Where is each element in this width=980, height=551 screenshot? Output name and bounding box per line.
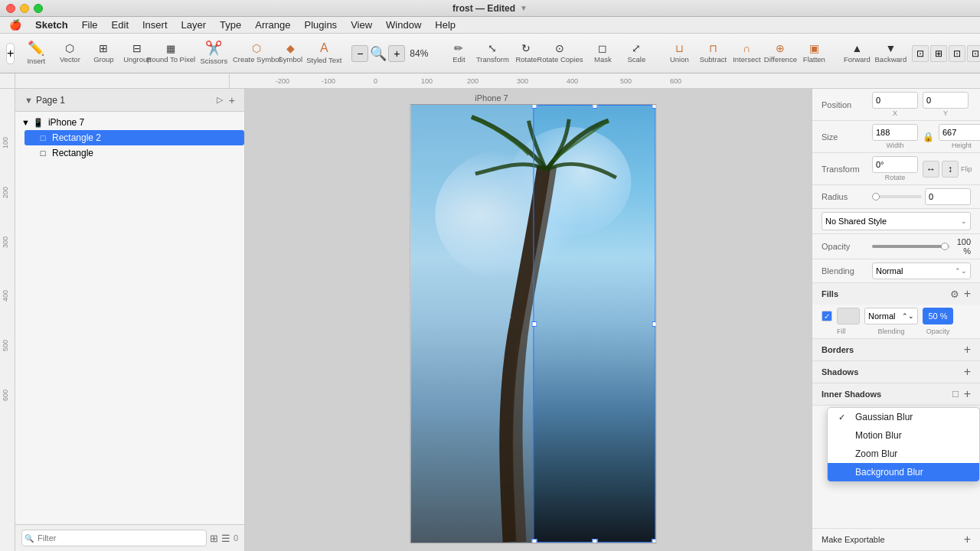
menu-window[interactable]: Window: [380, 18, 427, 31]
close-button[interactable]: [6, 4, 15, 13]
handle-ml[interactable]: [531, 321, 537, 327]
blending-section: Blending Normal ⌃⌄: [812, 259, 980, 283]
lock-icon[interactable]: 🔒: [923, 132, 934, 142]
flip-group: ↔ ↕ Flip: [923, 161, 972, 178]
fill-checkbox[interactable]: [822, 311, 832, 321]
shared-style-section: No Shared Style ⌄: [812, 209, 980, 234]
x-input[interactable]: [872, 92, 918, 109]
width-input[interactable]: [872, 124, 918, 141]
inner-shadows-checkbox[interactable]: ☐: [952, 390, 959, 399]
grid-view-icon[interactable]: ⊞: [210, 533, 218, 544]
flip-h-button[interactable]: ↔: [923, 161, 939, 178]
ruler-horizontal: -200 -100 0 100 200 300 400 500 600: [230, 73, 980, 89]
canvas-frame-label: iPhone 7: [475, 93, 508, 103]
tb-edit[interactable]: ✏ Edit: [443, 40, 474, 67]
zoom-control[interactable]: 🔍: [370, 45, 387, 62]
menu-view[interactable]: View: [345, 18, 378, 31]
align-left-button[interactable]: ⊡: [912, 45, 929, 62]
align-right-button[interactable]: ⊡: [949, 45, 965, 62]
filter-input[interactable]: [21, 530, 207, 546]
canvas[interactable]: iPhone 7: [245, 89, 812, 551]
add-button[interactable]: +: [6, 43, 15, 64]
handle-tm[interactable]: [592, 105, 597, 109]
tb-styled-text[interactable]: A Styled Text: [309, 39, 339, 67]
menu-edit[interactable]: Edit: [106, 18, 135, 31]
handle-bl[interactable]: [531, 539, 537, 543]
tb-union[interactable]: ⊔ Union: [664, 40, 694, 67]
tb-vector[interactable]: ⬡ Vector: [54, 40, 85, 67]
tb-rotate-copies[interactable]: ⊙ Rotate Copies: [544, 40, 575, 67]
flip-v-button[interactable]: ↕: [942, 161, 959, 178]
menu-type[interactable]: Type: [214, 18, 247, 31]
blur-item-gaussian[interactable]: ✓ Gaussian Blur: [828, 408, 979, 426]
tb-forward[interactable]: ▲ Forward: [841, 40, 872, 67]
radius-input[interactable]: [925, 188, 971, 205]
tb-group[interactable]: ⊞ Group: [88, 40, 119, 67]
fullscreen-button[interactable]: [34, 4, 43, 13]
menu-plugins[interactable]: Plugins: [298, 18, 343, 31]
tb-insert[interactable]: ✏️ Insert: [21, 38, 51, 68]
layer-item-rect2[interactable]: □ Rectangle 2: [24, 130, 244, 145]
handle-tl[interactable]: [531, 105, 537, 109]
menu-file[interactable]: File: [76, 18, 104, 31]
handle-tr[interactable]: [652, 105, 655, 109]
menu-help[interactable]: Help: [429, 18, 462, 31]
menu-arrange[interactable]: Arrange: [249, 18, 296, 31]
fill-opacity-value[interactable]: 50 %: [923, 308, 953, 324]
fills-gear-icon[interactable]: ⚙: [950, 289, 959, 300]
handle-bm[interactable]: [592, 539, 597, 543]
shared-style-select[interactable]: No Shared Style ⌄: [822, 212, 971, 230]
radius-thumb[interactable]: [872, 193, 880, 201]
height-input[interactable]: [939, 124, 980, 141]
tb-difference[interactable]: ⊕ Difference: [765, 40, 795, 67]
shadows-add-button[interactable]: +: [964, 366, 971, 378]
tb-round-to-pixel[interactable]: ▦ Round To Pixel: [155, 41, 186, 67]
layer-group-iphone7: ▼ 📱 iPhone 7 □ Rectangle 2 □ Rectangle: [15, 115, 244, 161]
tb-transform[interactable]: ⤡ Transform: [477, 40, 508, 67]
align-center-h-button[interactable]: ⊞: [930, 45, 947, 62]
menu-insert[interactable]: Insert: [136, 18, 174, 31]
sidebar: ▼ Page 1 ▷ + ▼ 📱 iPhone 7 □ Recta: [15, 89, 245, 551]
radius-slider[interactable]: [872, 195, 922, 198]
zoom-in-button[interactable]: +: [388, 45, 405, 62]
tb-subtract[interactable]: ⊓ Subtract: [697, 40, 728, 67]
blending-select[interactable]: Normal ⌃⌄: [872, 262, 971, 279]
tb-create-symbol[interactable]: ⬡ Create Symbol: [241, 40, 272, 67]
tb-flatten[interactable]: ▣ Flatten: [799, 40, 829, 67]
opacity-slider[interactable]: [872, 245, 950, 248]
layer-group-header-iphone7[interactable]: ▼ 📱 iPhone 7: [15, 115, 244, 130]
rotate-input[interactable]: [872, 156, 918, 173]
layer-item-rect1[interactable]: □ Rectangle: [24, 145, 244, 161]
align-top-button[interactable]: ⊡: [967, 45, 980, 62]
tb-backward[interactable]: ▼ Backward: [875, 40, 906, 67]
handle-mr[interactable]: [652, 321, 655, 327]
list-view-icon[interactable]: ☰: [221, 533, 230, 544]
blur-item-zoom[interactable]: Zoom Blur: [828, 445, 979, 463]
inner-shadows-add-button[interactable]: +: [964, 388, 971, 400]
sidebar-page-header[interactable]: ▼ Page 1 ▷ +: [15, 89, 244, 112]
minimize-button[interactable]: [20, 4, 29, 13]
opacity-thumb[interactable]: [941, 243, 949, 250]
tb-symbol[interactable]: ◆ Symbol: [275, 40, 305, 67]
export-add-button[interactable]: +: [964, 533, 971, 546]
blending-row: Blending Normal ⌃⌄: [812, 259, 980, 282]
fill-color-swatch[interactable]: [837, 308, 860, 324]
tb-scissors[interactable]: ✂️ Scissors: [198, 38, 229, 68]
handle-br[interactable]: [652, 539, 655, 543]
menu-layer[interactable]: Layer: [175, 18, 213, 31]
page-expand-icon: ▷: [217, 95, 223, 105]
fill-blend-select[interactable]: Normal ⌃⌄: [864, 308, 918, 324]
zoom-out-button[interactable]: −: [351, 45, 368, 62]
menu-sketch[interactable]: Sketch: [29, 18, 74, 31]
blur-item-background[interactable]: Background Blur: [828, 463, 979, 481]
tb-scale[interactable]: ⤢ Scale: [621, 40, 652, 67]
y-input[interactable]: [923, 92, 969, 109]
tb-intersect[interactable]: ∩ Intersect: [731, 40, 762, 67]
blur-item-motion[interactable]: Motion Blur: [828, 426, 979, 445]
menu-apple[interactable]: 🍎: [3, 18, 28, 31]
fills-add-button[interactable]: +: [964, 288, 971, 300]
borders-add-button[interactable]: +: [964, 344, 971, 356]
svg-text:600: 600: [670, 77, 681, 85]
add-page-button[interactable]: +: [229, 94, 235, 106]
tb-mask[interactable]: ◻ Mask: [587, 40, 618, 67]
